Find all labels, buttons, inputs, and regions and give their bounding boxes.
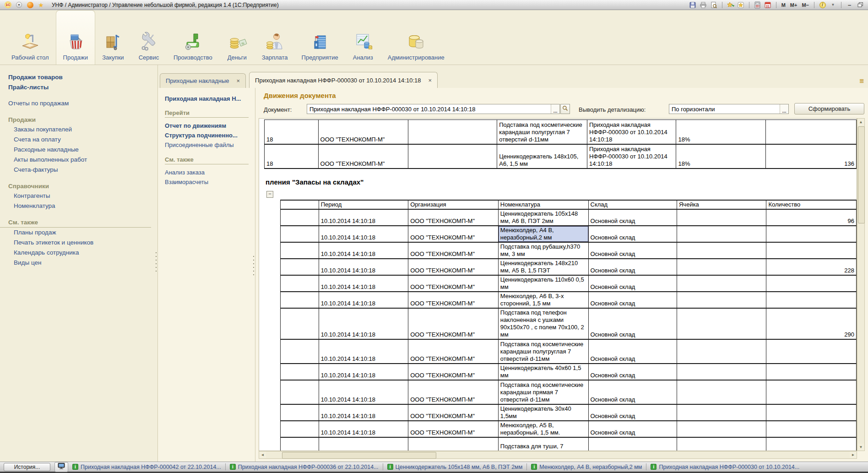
report-cell[interactable]: 18% — [676, 120, 765, 144]
report-cell[interactable] — [281, 259, 319, 275]
ribbon-tab-analysis[interactable]: Анализ — [345, 10, 381, 65]
taskbar-item[interactable]: iПриходная накладная НФФР-000042 от 22.1… — [72, 464, 221, 470]
document-select-button[interactable]: ... — [551, 104, 559, 114]
report-cell[interactable]: Ценникодержатель 30х40 1,5мм — [498, 404, 588, 421]
history-button[interactable]: История... — [4, 463, 50, 471]
report-cell[interactable]: Основной склад — [588, 209, 677, 226]
report-cell[interactable]: Основной склад — [588, 404, 677, 421]
report-cell[interactable] — [765, 120, 856, 144]
report-cell[interactable]: Ценникодержатель 148х210 мм, А5 В, 1,5 П… — [498, 259, 588, 275]
sidebar-item[interactable]: Счета-фактуры — [0, 165, 157, 175]
report-column-header[interactable]: Период — [319, 200, 408, 209]
report-column-header[interactable]: Номенклатура — [498, 200, 588, 209]
service-mode-icon[interactable] — [26, 1, 34, 9]
report-cell[interactable] — [766, 437, 857, 451]
sidebar-item[interactable]: Печать этикеток и ценников — [0, 238, 157, 248]
report-cell[interactable]: ООО "ТЕХНОКОМП-М" — [408, 275, 499, 292]
ribbon-tab-sales[interactable]: Продажи — [56, 10, 95, 65]
calendar-icon[interactable]: 31 — [764, 1, 772, 9]
add-favorite-icon[interactable] — [726, 1, 735, 9]
navpanel-splitter-grip[interactable] — [253, 255, 255, 277]
sidebar-item[interactable]: Акты выполненных работ — [0, 155, 157, 165]
report-cell[interactable] — [766, 292, 857, 308]
minimize-icon[interactable]: – — [845, 1, 854, 9]
vertical-scrollbar[interactable]: ▲ ▼ — [857, 118, 865, 451]
report-cell[interactable]: 10.10.2014 14:10:18 — [319, 308, 408, 339]
report-cell[interactable]: ООО "ТЕХНОКОМП-М" — [408, 339, 499, 364]
report-cell[interactable] — [766, 226, 857, 242]
report-cell[interactable]: 10.10.2014 14:10:18 — [319, 226, 408, 242]
sidebar-item[interactable]: Продажи товаров — [0, 72, 157, 82]
info-icon[interactable]: i — [818, 1, 827, 9]
report-cell[interactable]: 10.10.2014 14:10:18 — [319, 421, 408, 437]
report-cell[interactable] — [281, 380, 319, 404]
nav-link[interactable]: Анализ заказа — [165, 168, 255, 177]
ribbon-tab-salary[interactable]: Зарплата — [255, 10, 295, 65]
report-cell[interactable]: Ценникодержатель 40х60 1,5 мм — [498, 364, 588, 380]
report-cell[interactable]: ООО "ТЕХНОКОМП-М" — [408, 259, 499, 275]
report-cell[interactable]: 96 — [766, 209, 857, 226]
report-cell[interactable]: ООО "ТЕХНОКОМП-М" — [408, 421, 499, 437]
report-cell[interactable] — [766, 275, 857, 292]
report-cell[interactable]: ООО "ТЕХНОКОМП-М" — [408, 308, 499, 339]
report-cell[interactable] — [281, 364, 319, 380]
tab-incoming-invoices[interactable]: Приходные накладные× — [160, 73, 246, 88]
report-cell[interactable] — [766, 339, 857, 364]
report-cell[interactable] — [281, 275, 319, 292]
report-cell[interactable] — [677, 242, 766, 259]
sidebar-item[interactable]: Прайс-листы — [0, 82, 157, 92]
report-cell[interactable]: Приходная накладная НФФР-000030 от 10.10… — [587, 144, 676, 169]
report-cell[interactable] — [677, 259, 766, 275]
report-cell[interactable] — [281, 292, 319, 308]
favorites-list-icon[interactable] — [737, 1, 745, 9]
vertical-scroll-thumb[interactable] — [858, 126, 865, 223]
report-cell[interactable]: Подставка под косметические карандаши по… — [498, 339, 588, 364]
report-cell[interactable]: ООО "ТЕХНОКОМП-М" — [408, 380, 499, 404]
report-cell[interactable]: Основной склад — [588, 226, 677, 242]
report-column-header[interactable]: Склад — [588, 200, 677, 209]
report-cell[interactable]: Основной склад — [588, 437, 677, 451]
sidebar-item[interactable]: Календарь сотрудника — [0, 248, 157, 258]
report-cell[interactable] — [281, 404, 319, 421]
report-cell[interactable] — [281, 242, 319, 259]
sidebar-item[interactable]: Планы продаж — [0, 228, 157, 238]
report-cell[interactable] — [677, 421, 766, 437]
report-cell[interactable]: 136 — [765, 144, 856, 169]
report-cell[interactable]: Ценникодержатель 148х105, А6, 1,5 мм — [497, 144, 587, 169]
scroll-right-icon[interactable]: ► — [850, 451, 857, 458]
report-cell[interactable]: Подставка под рубашку,h370 мм, 3 мм — [498, 242, 588, 259]
tab-close-icon[interactable]: × — [429, 77, 432, 83]
sidebar-item[interactable]: Номенклатура — [0, 201, 157, 211]
report-column-header[interactable]: Организация — [408, 200, 499, 209]
print-icon[interactable] — [699, 1, 708, 9]
report-cell[interactable] — [766, 421, 857, 437]
memory-add-button[interactable]: M+ — [789, 2, 799, 8]
tab-document-movements[interactable]: Приходная накладная НФФР-000030 от 10.10… — [249, 72, 438, 88]
report-cell[interactable]: 10.10.2014 14:10:18 — [319, 259, 408, 275]
favorites-star-icon[interactable]: ★ — [37, 1, 45, 9]
report-cell[interactable] — [677, 226, 766, 242]
report-cell[interactable]: Ценникодержатель 105х148 мм, А6 В, ПЭТ 2… — [498, 209, 588, 226]
report-cell[interactable]: Подставка для туши, 7 отверстий, вертика… — [498, 437, 588, 451]
report-cell[interactable]: Приходная накладная НФФР-000030 от 10.10… — [587, 120, 676, 144]
report-cell[interactable] — [766, 242, 857, 259]
report-cell[interactable] — [281, 209, 319, 226]
document-open-button[interactable] — [560, 104, 570, 114]
report-cell[interactable] — [677, 275, 766, 292]
detail-field[interactable]: По горизонтали ... — [669, 104, 789, 114]
sidebar-item[interactable]: Контрагенты — [0, 191, 157, 201]
taskbar-item[interactable]: iПриходная накладная НФФР-000036 от 22.1… — [230, 464, 379, 470]
nav-link[interactable]: Отчет по движениям — [165, 121, 255, 130]
report-cell[interactable]: 10.10.2014 14:10:18 — [319, 339, 408, 364]
report-column-header[interactable]: Количество — [766, 200, 857, 209]
sidebar-item[interactable]: Отчеты по продажам — [0, 98, 157, 109]
document-field[interactable]: Приходная накладная НФФР-000030 от 10.10… — [307, 104, 560, 114]
report-cell[interactable]: 10.10.2014 14:10:18 — [319, 404, 408, 421]
report-cell[interactable]: Менюхолдер, А6 В, 3-х сторонний, 1,5 мм — [498, 292, 588, 308]
report-cell[interactable] — [281, 437, 319, 451]
scroll-left-icon[interactable]: ◄ — [259, 451, 266, 458]
report-cell[interactable]: Основной склад — [588, 339, 677, 364]
dropdown-arrow-icon[interactable]: ▼ — [829, 1, 837, 9]
print-preview-icon[interactable] — [710, 1, 718, 9]
report-cell[interactable]: 18 — [265, 120, 319, 144]
